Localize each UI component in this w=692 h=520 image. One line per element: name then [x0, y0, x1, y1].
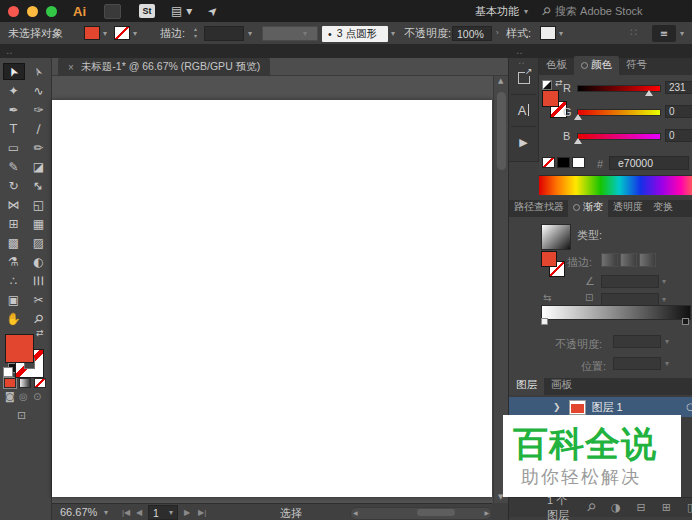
tool-eyedropper[interactable]: ⚗ [3, 253, 25, 270]
artboard[interactable] [52, 100, 492, 497]
tool-symbol-sprayer[interactable]: ∴ [3, 272, 25, 289]
strip-grip[interactable]: ‥ [518, 55, 526, 66]
tool-zoom[interactable]: ⚲ [28, 310, 50, 327]
layer-name[interactable]: 图层 1 [592, 400, 623, 415]
tool-curvature[interactable]: ✑ [28, 101, 50, 118]
style-chevron-icon[interactable]: ▾ [559, 29, 563, 38]
layer-row[interactable]: ❯ 图层 1 ○ [509, 397, 692, 417]
channel-slider[interactable] [577, 109, 661, 116]
fill-proxy-swatch[interactable] [5, 334, 34, 363]
arrange-documents-icon[interactable]: ▤ [171, 5, 182, 17]
tool-width[interactable]: ⋈ [3, 196, 25, 213]
tool-type[interactable]: T [3, 120, 25, 137]
layer-thumbnail[interactable] [569, 400, 586, 415]
gradient-mode-button[interactable] [19, 378, 31, 388]
vertical-scroll-thumb[interactable] [497, 92, 506, 170]
brush-chevron-icon[interactable]: ▾ [391, 29, 395, 38]
tool-blend[interactable]: ◐ [28, 253, 50, 270]
tool-lasso[interactable]: ∿ [28, 82, 50, 99]
tool-direct-selection[interactable]: ➢ [28, 63, 50, 80]
new-layer-icon[interactable]: ⊞ [662, 502, 671, 513]
gradient-stop-start[interactable] [541, 318, 548, 325]
stock-search-field[interactable]: ⚲ 搜索 Adobe Stock [542, 4, 682, 19]
channel-value-field[interactable]: 0 [665, 129, 692, 142]
draw-inside-icon[interactable]: ⊙ [33, 392, 41, 402]
brush-dropdown[interactable]: • 3 点圆形 [322, 26, 388, 42]
tab-pathfinder[interactable]: 路径查找器 [509, 198, 568, 217]
color-mode-button[interactable] [4, 378, 16, 388]
locate-object-icon[interactable]: ⚲ [584, 501, 597, 514]
tool-gradient[interactable]: ▨ [28, 234, 50, 251]
tab-color[interactable]: 颜色 [574, 56, 619, 75]
scroll-left-icon[interactable]: ◀ [353, 510, 358, 516]
black-swatch[interactable] [557, 157, 570, 168]
select-similar-icon[interactable]: ∷ [630, 27, 637, 38]
tool-scale[interactable]: ↔ [28, 177, 50, 194]
next-artboard-icon[interactable]: ▶ [184, 508, 190, 517]
channel-value-field[interactable]: 0 [665, 105, 692, 118]
arrange-documents-chevron-icon[interactable]: ▾ [186, 4, 192, 18]
stroke-along-icon[interactable] [620, 253, 637, 267]
tab-transparency[interactable]: 透明度 [608, 198, 648, 217]
window-minimize-button[interactable] [27, 6, 38, 17]
zoom-level[interactable]: 66.67% [60, 506, 97, 518]
zoom-chevron-icon[interactable]: ▾ [104, 508, 108, 517]
tab-gradient[interactable]: 渐变 [568, 198, 608, 217]
tab-symbols[interactable]: 符号 [619, 56, 654, 75]
tab-swatches[interactable]: 色板 [539, 56, 574, 75]
draw-behind-icon[interactable]: ◎ [19, 392, 28, 402]
fill-chevron-icon[interactable]: ▾ [103, 29, 107, 38]
horizontal-scroll-thumb[interactable] [417, 509, 455, 516]
tool-free-transform[interactable]: ◱ [28, 196, 50, 213]
artboard-nav-field[interactable]: 1 ▾ [148, 505, 178, 520]
stop-opacity-dropdown[interactable] [613, 335, 661, 348]
swap-fill-stroke-icon[interactable]: ⇄ [36, 329, 44, 338]
tool-magic-wand[interactable]: ✦ [3, 82, 25, 99]
gradient-thumbnail[interactable] [541, 224, 571, 250]
tool-rotate[interactable]: ↻ [3, 177, 25, 194]
tool-selection[interactable]: ➤ [3, 63, 25, 80]
stop-location-dropdown[interactable] [613, 357, 661, 370]
tab-layers[interactable]: 图层 [509, 376, 544, 395]
style-label[interactable]: 样式: [506, 26, 531, 41]
opacity-label[interactable]: 不透明度: [404, 26, 451, 41]
stroke-weight-field[interactable] [204, 26, 244, 41]
gradient-stop-end[interactable] [682, 318, 689, 325]
panel-dock-chevron-icon[interactable]: ▾ [680, 29, 684, 38]
document-tab[interactable]: × 未标题-1* @ 66.67% (RGB/GPU 预览) [58, 58, 270, 76]
style-swatch[interactable] [540, 26, 556, 40]
tab-close-icon[interactable]: × [68, 62, 74, 73]
last-artboard-icon[interactable]: ▶| [198, 508, 206, 517]
tool-pencil[interactable]: ✎ [3, 158, 25, 175]
color-spectrum-bar[interactable] [539, 175, 692, 195]
stroke-stepper[interactable]: ▴▾ [194, 26, 197, 39]
first-artboard-icon[interactable]: |◀ [122, 508, 130, 517]
none-mode-button[interactable] [34, 378, 46, 388]
new-sublayer-icon[interactable]: ⊟ [637, 502, 646, 513]
tool-slice[interactable]: ✂ [28, 291, 50, 308]
prev-artboard-icon[interactable]: ◀ [136, 508, 142, 517]
stroke-within-icon[interactable] [601, 253, 618, 267]
channel-slider[interactable] [577, 133, 661, 140]
scroll-up-icon[interactable]: ▲ [498, 78, 503, 85]
tool-rectangle[interactable]: ▭ [3, 139, 25, 156]
stroke-color-swatch[interactable] [114, 26, 130, 40]
pasteboard[interactable] [52, 76, 493, 503]
slider-thumb[interactable] [645, 90, 653, 96]
character-panel-icon[interactable]: A [513, 98, 534, 122]
layer-target-icon[interactable]: ○ [686, 402, 692, 412]
opacity-field[interactable]: 100% [452, 26, 492, 41]
bridge-icon[interactable] [104, 4, 121, 19]
stroke-chevron-icon[interactable]: ▾ [133, 29, 137, 38]
white-swatch[interactable] [572, 157, 585, 168]
tool-mesh[interactable]: ▩ [3, 234, 25, 251]
tool-pen[interactable]: ✒ [3, 101, 25, 118]
angle-dropdown[interactable] [601, 275, 659, 288]
share-rocket-icon[interactable]: ➤ [206, 3, 222, 19]
opacity-expand-icon[interactable]: › [496, 28, 499, 37]
tool-shape-builder[interactable]: ⊞ [3, 215, 25, 232]
channel-value-field[interactable]: 231 [665, 81, 692, 94]
workspace-switcher[interactable]: 基本功能 [475, 4, 519, 19]
tab-transform[interactable]: 变换 [648, 198, 678, 217]
toolbar-grip[interactable]: ‥ [6, 45, 14, 56]
